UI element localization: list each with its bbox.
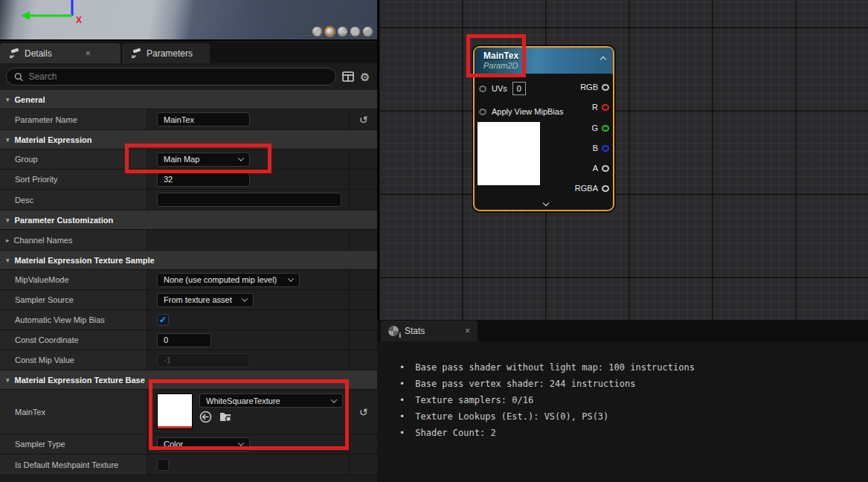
input-pin-row-mipbias: Apply View MipBias [479, 105, 563, 118]
shape-sphere-button[interactable] [324, 26, 335, 37]
rgb-output-pin[interactable] [602, 84, 609, 91]
b-output-pin[interactable] [602, 145, 609, 152]
display-filter-icon[interactable] [342, 71, 354, 82]
search-input[interactable] [28, 71, 328, 82]
rgba-pin-label: RGBA [575, 184, 598, 193]
output-pin-row-b: B [593, 141, 609, 155]
section-texture-base-label: Material Expression Texture Base [15, 376, 145, 385]
automatic-view-mip-bias-checkbox[interactable]: ✓ [157, 314, 169, 326]
shape-custom-mesh-button[interactable] [362, 26, 373, 37]
r-pin-label: R [592, 103, 598, 112]
check-icon: ✓ [159, 315, 167, 325]
stats-tabbar: i Stats × [377, 320, 868, 341]
tab-stats-label: Stats [405, 326, 425, 336]
const-mip-value-input [164, 356, 243, 364]
section-parameter-customization[interactable]: ▾ Parameter Customization [0, 211, 377, 230]
section-parameter-customization-label: Parameter Customization [15, 216, 114, 225]
desc-field[interactable] [157, 193, 341, 207]
uvs-input-pin[interactable] [479, 86, 486, 92]
tab-close-icon[interactable]: × [465, 326, 470, 336]
a-output-pin[interactable] [602, 165, 609, 172]
output-pin-row-rgba: RGBA [575, 181, 609, 195]
main-tex-label: MainTex [15, 408, 45, 417]
shape-plane-button[interactable] [337, 26, 348, 37]
stats-line: Texture Lookups (Est.): VS(0), PS(3) [399, 408, 868, 425]
is-default-meshpaint-label: Is Default Meshpaint Texture [15, 460, 118, 469]
desc-label: Desc [15, 196, 33, 205]
mip-value-mode-label: MipValueMode [15, 275, 69, 284]
material-preview-viewport[interactable]: X [0, 0, 377, 41]
sampler-source-dropdown[interactable]: From texture asset [157, 293, 254, 307]
search-icon [14, 72, 23, 82]
tab-close-icon[interactable]: × [86, 48, 91, 59]
preview-shape-buttons [312, 26, 373, 37]
reset-to-default-button[interactable]: ↺ [359, 406, 368, 418]
shape-cube-button[interactable] [350, 26, 361, 37]
stats-line: Base pass shader without light map: 100 … [399, 359, 868, 376]
tab-stats[interactable]: i Stats × [381, 321, 478, 341]
input-pin-row-uvs: UVs 0 [479, 82, 526, 95]
parameter-name-field[interactable] [157, 112, 250, 126]
output-pin-row-r: R [592, 100, 609, 114]
chevron-down-icon [242, 295, 248, 301]
stats-panel: i Stats × Base pass shader without light… [377, 320, 868, 482]
r-output-pin[interactable] [602, 104, 609, 111]
g-output-pin[interactable] [602, 125, 609, 132]
sort-priority-field[interactable] [157, 173, 250, 187]
row-mip-value-mode: MipValueMode None (use computed mip leve… [0, 270, 377, 290]
const-coordinate-field[interactable] [157, 333, 211, 347]
mip-value-mode-dropdown[interactable]: None (use computed mip level) [157, 273, 300, 287]
b-pin-label: B [593, 144, 598, 152]
node-expand-icon[interactable] [543, 200, 549, 206]
sort-priority-input[interactable] [164, 175, 243, 184]
section-texture-sample-label: Material Expression Texture Sample [15, 256, 155, 265]
tab-details[interactable]: Details × [0, 43, 120, 63]
const-mip-value-field [157, 353, 250, 367]
automatic-view-mip-bias-label: Automatic View Mip Bias [15, 315, 105, 324]
highlight-box-group-dropdown [125, 144, 271, 173]
section-texture-sample[interactable]: ▾ Material Expression Texture Sample [0, 251, 377, 270]
chevron-down-icon [288, 275, 294, 281]
stats-icon: i [388, 326, 399, 336]
rgb-pin-label: RGB [580, 83, 598, 91]
search-row: ⚙ [0, 63, 377, 90]
tab-parameters[interactable]: Parameters [122, 43, 210, 63]
reset-to-default-button[interactable]: ↺ [359, 114, 368, 126]
collapse-arrow-icon: ▾ [6, 376, 10, 384]
material-graph-canvas[interactable]: MainTex Param2D UVs 0 Apply View MipBias… [377, 0, 868, 320]
row-is-default-meshpaint: Is Default Meshpaint Texture [0, 454, 377, 475]
search-box[interactable] [6, 68, 336, 86]
row-automatic-view-mip-bias: Automatic View Mip Bias ✓ [0, 310, 377, 330]
row-const-mip-value: Const Mip Value [0, 350, 377, 370]
is-default-meshpaint-checkbox[interactable] [157, 459, 169, 471]
sort-priority-label: Sort Priority [15, 175, 57, 184]
rgba-output-pin[interactable] [602, 185, 609, 192]
row-sampler-source: Sampler Source From texture asset [0, 290, 377, 310]
collapse-arrow-icon: ▾ [6, 96, 10, 103]
material-editor-window: X Details × [0, 0, 868, 482]
node-texture-preview [478, 122, 540, 185]
apply-view-mipbias-input-pin[interactable] [479, 109, 486, 115]
expand-arrow-icon[interactable]: ▸ [6, 237, 10, 244]
shape-cylinder-button[interactable] [312, 26, 323, 37]
uvs-value-box[interactable]: 0 [512, 82, 526, 95]
highlight-box-node-title [466, 34, 526, 77]
output-pin-row-a: A [593, 161, 609, 175]
desc-input[interactable] [164, 196, 335, 205]
settings-gear-icon[interactable]: ⚙ [360, 71, 370, 83]
const-coordinate-input[interactable] [164, 335, 205, 344]
parameter-name-label: Parameter Name [15, 115, 77, 124]
parameter-name-input[interactable] [164, 115, 243, 124]
section-general[interactable]: ▾ General [0, 90, 377, 109]
axis-gizmo-icon: X [15, 0, 89, 25]
section-general-label: General [15, 95, 45, 104]
row-channel-names: ▸ Channel Names [0, 230, 377, 251]
parameters-icon [131, 48, 141, 58]
row-parameter-name: Parameter Name ↺ [0, 109, 377, 130]
tab-details-label: Details [25, 48, 52, 59]
output-pin-row-g: G [591, 121, 609, 135]
axis-x-label: X [76, 15, 82, 25]
output-pin-row-rgb: RGB [580, 80, 609, 94]
mip-value-mode-value: None (use computed mip level) [164, 275, 277, 284]
stats-output: Base pass shader without light map: 100 … [377, 341, 868, 441]
